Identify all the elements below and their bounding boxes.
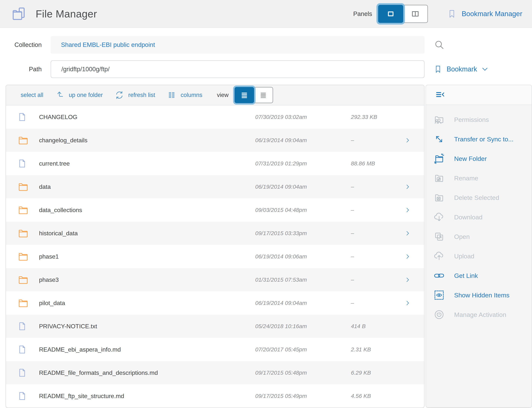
file-row[interactable]: README_ftp_site_structure.md 09/17/2015 … — [6, 384, 424, 408]
file-row[interactable]: historical_data 09/17/2015 03:33pm – — [6, 222, 424, 245]
folder-icon — [17, 135, 39, 146]
sidebar-item-label: Show Hidden Items — [454, 292, 509, 299]
file-row[interactable]: current.tree 07/31/2019 01:29pm 88.86 MB — [6, 152, 424, 175]
chevron-right-icon[interactable] — [396, 182, 410, 191]
compact-view-button[interactable] — [253, 87, 273, 103]
sidebar-item-new-folder[interactable]: New Folder — [426, 149, 532, 168]
file-row[interactable]: changelog_details 06/19/2014 09:04am – — [6, 129, 424, 152]
file-size: – — [330, 230, 396, 237]
sidebar-top — [426, 85, 532, 105]
file-size: 88.86 MB — [330, 160, 396, 167]
sidebar-item-get-link[interactable]: Get Link — [426, 266, 532, 285]
download-icon — [431, 211, 447, 223]
file-row[interactable]: data 06/19/2014 09:04am – — [6, 175, 424, 198]
file-name: phase3 — [39, 276, 244, 283]
chevron-right-icon[interactable] — [396, 229, 410, 238]
file-size: – — [330, 253, 396, 260]
bookmark-manager-link[interactable]: Bookmark Manager — [447, 8, 522, 20]
collapse-panel-icon — [434, 90, 447, 100]
file-row[interactable]: phase3 01/31/2015 07:53am – — [6, 268, 424, 291]
file-size: – — [330, 137, 396, 144]
sidebar-item-transfer-or-sync-to[interactable]: Transfer or Sync to... — [426, 129, 532, 149]
path-input[interactable]: /gridftp/1000g/ftp/ — [51, 60, 425, 78]
permissions-icon — [431, 114, 447, 126]
open-icon — [431, 231, 447, 242]
file-date: 06/19/2014 09:04am — [244, 300, 330, 306]
file-row[interactable]: CHANGELOG 07/30/2019 03:02am 292.33 KB — [6, 105, 424, 129]
file-size: 6.29 KB — [330, 370, 396, 376]
select-all-button[interactable]: select all — [21, 92, 43, 98]
content: select all up one folder refresh list co… — [0, 85, 532, 408]
up-one-folder-button[interactable]: up one folder — [55, 90, 103, 100]
manage-activation-icon — [431, 309, 447, 320]
folder-icon — [17, 204, 39, 216]
file-size: 292.33 KB — [330, 114, 396, 120]
chevron-right-icon[interactable] — [396, 298, 410, 307]
bookmark-manager-label: Bookmark Manager — [462, 10, 522, 18]
path-label: Path — [0, 66, 42, 73]
chevron-right-icon[interactable] — [396, 205, 410, 214]
bookmark-icon — [434, 63, 442, 75]
bookmark-label: Bookmark — [447, 65, 477, 73]
bookmark-button[interactable]: Bookmark — [434, 63, 488, 75]
header-right: Panels Bookmark Manager — [353, 5, 522, 23]
file-icon — [17, 343, 39, 356]
sidebar-item-label: Open — [454, 233, 470, 240]
file-name: historical_data — [39, 230, 244, 237]
file-list: CHANGELOG 07/30/2019 03:02am 292.33 KB c… — [6, 105, 424, 408]
single-panel-button[interactable] — [378, 5, 403, 23]
file-name: current.tree — [39, 160, 244, 167]
file-row[interactable]: PRIVACY-NOTICE.txt 05/24/2018 10:16am 41… — [6, 315, 424, 338]
sidebar-item-label: Upload — [454, 253, 474, 260]
list-view-icon — [240, 90, 249, 100]
list-view-button[interactable] — [235, 87, 254, 103]
file-name: README_ebi_aspera_info.md — [39, 346, 244, 353]
file-icon — [17, 367, 39, 379]
dual-panel-button[interactable] — [403, 5, 428, 23]
upload-icon — [431, 250, 447, 262]
file-row[interactable]: data_collections 09/03/2015 04:48pm – — [6, 198, 424, 222]
folder-icon — [17, 274, 39, 285]
file-icon — [17, 158, 39, 170]
file-date: 06/19/2014 09:06am — [244, 253, 330, 260]
file-date: 09/03/2015 04:48pm — [244, 207, 330, 213]
collection-label: Collection — [0, 41, 42, 48]
search-button[interactable] — [434, 39, 445, 50]
view-label: view — [217, 92, 228, 98]
file-name: README_file_formats_and_descriptions.md — [39, 369, 244, 376]
file-name: data — [39, 183, 244, 190]
file-size: 414 B — [330, 323, 396, 330]
folder-icon — [17, 251, 39, 262]
sidebar-item-upload: Upload — [426, 246, 532, 266]
delete-icon — [431, 192, 447, 204]
chevron-right-icon[interactable] — [396, 275, 410, 284]
sidebar-item-label: Download — [454, 213, 482, 221]
file-row[interactable]: README_file_formats_and_descriptions.md … — [6, 361, 424, 384]
file-row[interactable]: pilot_data 06/19/2014 09:04am – — [6, 291, 424, 315]
file-name: CHANGELOG — [39, 114, 244, 120]
columns-button[interactable]: columns — [167, 90, 202, 100]
get-link-icon — [431, 270, 447, 281]
chevron-right-icon[interactable] — [396, 136, 410, 145]
refresh-list-button[interactable]: refresh list — [114, 90, 155, 100]
sidebar-item-show-hidden-items[interactable]: Show Hidden Items — [426, 285, 532, 305]
file-size: – — [330, 300, 396, 306]
sidebar-item-label: Delete Selected — [454, 194, 499, 201]
folder-icon — [17, 181, 39, 192]
file-manager-icon — [11, 6, 27, 22]
file-name: pilot_data — [39, 300, 244, 306]
file-row[interactable]: README_ebi_aspera_info.md 07/20/2017 05:… — [6, 338, 424, 361]
bookmark-ribbon-icon — [447, 8, 456, 20]
file-date: 09/17/2015 03:33pm — [244, 230, 330, 237]
chevron-right-icon[interactable] — [396, 252, 410, 261]
sidebar-item-label: Get Link — [454, 272, 478, 279]
list-toolbar: select all up one folder refresh list co… — [6, 85, 424, 105]
view-group: view — [217, 87, 273, 103]
folder-icon — [17, 297, 39, 309]
file-name: phase1 — [39, 253, 244, 260]
file-row[interactable]: phase1 06/19/2014 09:06am – — [6, 245, 424, 268]
search-icon — [434, 39, 445, 50]
collapse-sidebar-button[interactable] — [434, 90, 447, 100]
collection-input[interactable]: Shared EMBL-EBI public endpoint — [51, 36, 425, 54]
file-size: 2.31 KB — [330, 346, 396, 353]
